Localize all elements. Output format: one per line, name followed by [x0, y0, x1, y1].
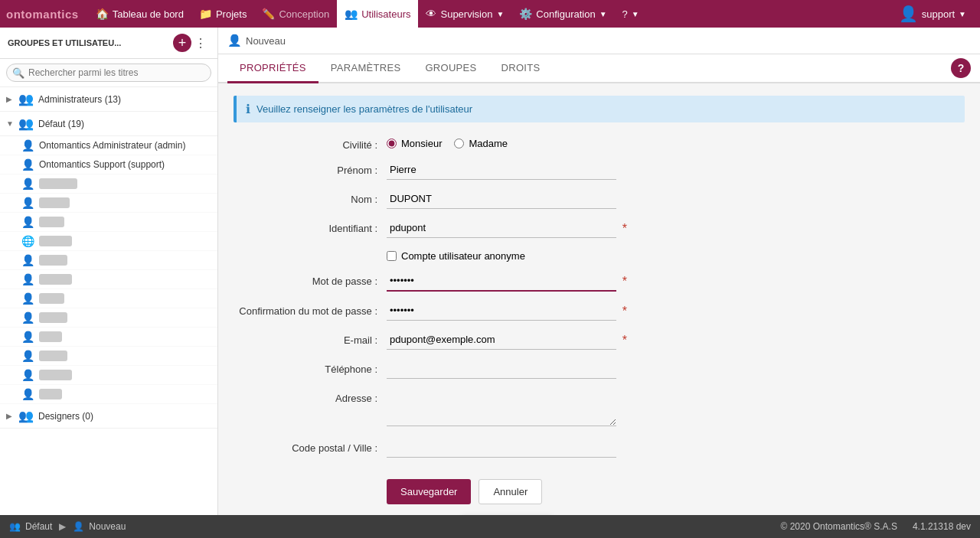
email-row: E-mail : * [234, 330, 965, 350]
user-label-blurred [39, 236, 72, 246]
tabs-bar: PROPRIÉTÉS PARAMÈTRES GROUPES DROITS ? [218, 54, 980, 83]
identifiant-label: Identifiant : [234, 218, 387, 234]
tab-droits[interactable]: DROITS [489, 54, 553, 83]
user-label: Ontomantics Support (support) [39, 159, 165, 170]
prenom-row: Prénom : [234, 160, 965, 180]
version-text: 4.1.21318 dev [913, 521, 971, 532]
telephone-label: Téléphone : [234, 359, 387, 375]
list-item[interactable]: 👤 [0, 328, 217, 347]
list-item[interactable]: 👤 Ontomantics Support (support) [0, 155, 217, 174]
sidebar-list: ▶ 👥 Administrateurs (13) ▼ 👥 Défaut (19)… [0, 87, 217, 515]
identifiant-input[interactable] [387, 218, 616, 238]
nav-help[interactable]: ? ▼ [615, 0, 647, 28]
group-label: Défaut (19) [38, 119, 84, 129]
user-label-blurred [39, 389, 62, 399]
civility-monsieur[interactable]: Monsieur [387, 138, 442, 149]
supervision-dropdown-icon: ▼ [496, 10, 504, 18]
save-button[interactable]: Sauvegarder [387, 479, 471, 504]
list-item[interactable]: 👤 [0, 251, 217, 270]
user-icon: 👤 [21, 311, 34, 324]
conception-icon: ✏️ [262, 8, 275, 20]
civility-madame-radio[interactable] [454, 139, 464, 148]
user-label-blurred [39, 178, 77, 189]
group-icon: 👥 [18, 92, 34, 106]
tab-parametres[interactable]: PARAMÈTRES [318, 54, 413, 83]
group-label: Administrateurs (13) [38, 94, 121, 105]
user-icon: 👤 [21, 292, 34, 305]
nav-tableau-de-bord[interactable]: 🏠 Tableau de bord [88, 0, 191, 28]
user-icon: 👤 [21, 369, 34, 381]
top-navigation: ontomantics 🏠 Tableau de bord 📁 Projets … [0, 0, 980, 28]
user-icon: 👤 [21, 216, 34, 228]
user-icon: 👤 [21, 178, 34, 190]
bottom-bar: 👥 Défaut ▶ 👤 Nouveau © 2020 Ontomantics®… [0, 515, 980, 538]
list-item[interactable]: 👤 [0, 347, 217, 366]
nav-utilisateurs[interactable]: 👥 Utilisateurs [337, 0, 418, 28]
user-icon: 👤 [21, 388, 34, 400]
telephone-input[interactable] [387, 359, 616, 379]
confirm-password-control: * [387, 301, 616, 321]
code-postal-label: Code postal / Ville : [234, 438, 387, 454]
anonymous-checkbox[interactable] [387, 251, 397, 261]
list-item[interactable]: 👤 [0, 308, 217, 328]
prenom-input[interactable] [387, 160, 616, 180]
password-row: Mot de passe : * Faible [234, 271, 965, 292]
nav-supervision[interactable]: 👁 Supervision ▼ [418, 0, 511, 28]
nom-label: Nom : [234, 189, 387, 205]
cancel-button[interactable]: Annuler [479, 479, 542, 504]
nav-projets[interactable]: 📁 Projets [191, 0, 254, 28]
list-item[interactable]: 👤 [0, 194, 217, 213]
group-administrateurs[interactable]: ▶ 👥 Administrateurs (13) [0, 87, 217, 112]
user-icon: 👤 [21, 273, 34, 285]
confirm-password-row: Confirmation du mot de passe : * [234, 301, 965, 321]
adresse-input[interactable] [387, 388, 616, 426]
list-item[interactable]: 👤 [0, 289, 217, 308]
search-input[interactable] [6, 64, 211, 82]
code-postal-row: Code postal / Ville : [234, 438, 965, 458]
anonymous-checkbox-row: Compte utilisateur anonyme [387, 247, 616, 262]
group-icon: 👥 [18, 116, 34, 131]
nav-configuration[interactable]: ⚙️ Configuration ▼ [511, 0, 614, 28]
list-item[interactable]: 👤 [0, 213, 217, 232]
identifiant-control: * [387, 218, 616, 238]
group-label: Designers (0) [38, 411, 93, 422]
civility-madame[interactable]: Madame [454, 138, 508, 149]
user-menu[interactable]: 👤 support ▼ [891, 0, 974, 28]
nom-input[interactable] [387, 189, 616, 209]
tab-proprietes[interactable]: PROPRIÉTÉS [227, 54, 318, 83]
list-item[interactable]: 👤 [0, 270, 217, 289]
add-user-button[interactable]: + [173, 34, 191, 52]
user-icon: 👤 [21, 350, 34, 362]
required-star: * [622, 222, 627, 236]
civility-radio-group: Monsieur Madame [387, 135, 616, 149]
confirm-password-input[interactable] [387, 301, 616, 321]
anonymous-control: Compte utilisateur anonyme [387, 247, 616, 262]
user-admin-icon: 👤 [21, 139, 34, 152]
user-dropdown-icon: ▼ [959, 10, 966, 18]
civility-monsieur-radio[interactable] [387, 139, 397, 148]
password-input[interactable] [387, 271, 616, 292]
users-icon: 👥 [345, 8, 358, 20]
code-postal-input[interactable] [387, 438, 616, 458]
form-buttons: Sauvegarder Annuler [387, 479, 542, 504]
required-star: * [622, 334, 627, 347]
nav-conception[interactable]: ✏️ Conception [254, 0, 337, 28]
group-defaut[interactable]: ▼ 👥 Défaut (19) [0, 112, 217, 136]
sidebar-more-button[interactable]: ⋮ [191, 36, 210, 51]
list-item[interactable]: 🌐 [0, 232, 217, 251]
list-item[interactable]: 👤 [0, 385, 217, 404]
user-icon: 👤 [21, 331, 34, 343]
special-user-icon: 🌐 [21, 235, 34, 247]
help-button[interactable]: ? [951, 58, 971, 78]
group-designers[interactable]: ▶ 👥 Designers (0) [0, 404, 217, 429]
civility-row: Civilité : Monsieur Madame [234, 135, 965, 151]
info-banner-text: Veuillez renseigner les paramètres de l'… [256, 103, 472, 115]
form-area: ℹ Veuillez renseigner les paramètres de … [218, 83, 980, 515]
list-item[interactable]: 👤 [0, 174, 217, 194]
password-control: * [387, 271, 616, 292]
list-item[interactable]: 👤 [0, 366, 217, 385]
list-item[interactable]: 👤 Ontomantics Administrateur (admin) [0, 136, 217, 155]
tab-groupes[interactable]: GROUPES [413, 54, 488, 83]
adresse-label: Adresse : [234, 388, 387, 404]
email-input[interactable] [387, 330, 616, 350]
